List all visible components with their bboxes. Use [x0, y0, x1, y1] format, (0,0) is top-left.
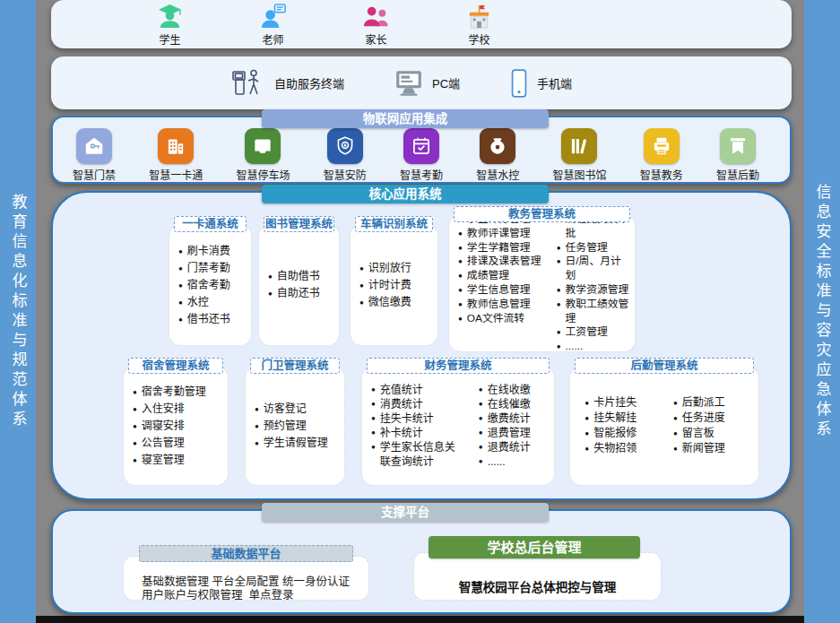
terminal-label: 自助服务终端: [274, 74, 344, 91]
feature-item: ......: [479, 454, 550, 469]
feature-item: 日/周、月计划: [557, 255, 631, 283]
feature-item: 成绩管理: [458, 269, 544, 283]
feature-item: 教学资源管理: [557, 283, 631, 298]
library-system-box: 图书管理系统 自助借书自助还书: [258, 224, 340, 346]
finance-system-title: 财务管理系统: [367, 358, 550, 374]
feature-item: 计时计费: [359, 277, 434, 294]
feature-item: 入住安排: [133, 401, 224, 418]
onecard-system-title: 一卡通系统: [174, 216, 247, 232]
terminal-item-phone: 手机端: [509, 68, 572, 99]
user-item-label: 学生: [159, 31, 180, 47]
school-admin-title: 学校总后台管理: [429, 536, 640, 558]
finance-system-box: 财务管理系统 充值统计消费统计挂失卡统计补卡统计学生家长信息关联查询统计 在线收…: [361, 366, 555, 486]
support-banner: 支撑平台: [262, 503, 549, 522]
parking-icon: [245, 128, 281, 164]
access-icon: [76, 128, 112, 164]
water-jar-icon: [480, 128, 515, 164]
terminal-item-pc: PC端: [394, 69, 460, 98]
terminals-panel: 自助服务终端 PC端 手机端: [51, 56, 792, 109]
school-icon: [465, 3, 493, 30]
terminal-label: 手机端: [537, 74, 572, 91]
feature-item: 调寝安排: [133, 418, 224, 435]
terminal-label: PC端: [432, 74, 460, 91]
feature-item: 挂失解挂: [585, 411, 661, 426]
iot-item-label: 智慧安防: [324, 167, 367, 182]
iot-item-label: 智慧一卡通: [149, 167, 203, 182]
feature-item: 消费统计: [371, 397, 466, 411]
academic-feature-list-1: 学生评分管理教师评课管理学生学籍管理排课及课表管理成绩管理学生信息管理教师信息管…: [449, 212, 548, 354]
core-applications-panel: 核心应用系统 一卡通系统 刷卡消费门禁考勤宿舍考勤水控借书还书 图书管理系统 自…: [51, 191, 792, 500]
feature-item: 门禁考勤: [178, 260, 247, 277]
iot-item-security: 智慧安防: [324, 128, 367, 182]
feature-item: 留言板: [673, 426, 749, 441]
feature-item: 识别放行: [359, 260, 434, 277]
user-item-label: 家长: [365, 31, 386, 47]
user-item-school: 学校: [441, 3, 517, 47]
logistics-banner-icon: [720, 128, 756, 164]
feature-item: 工资管理: [557, 325, 631, 340]
iot-item-attendance: 智慧考勤: [400, 128, 443, 182]
academic-system-title: 教务管理系统: [454, 206, 630, 222]
feature-item: 教师评课管理: [458, 227, 544, 241]
library-feature-list: 自助借书自助还书: [259, 268, 339, 302]
feature-item: 卡片挂失: [585, 395, 661, 411]
feature-item: 退费统计: [479, 440, 550, 454]
feature-item: 寝室管理: [133, 452, 224, 469]
vehicle-feature-list: 识别放行计时计费微信缴费: [351, 260, 437, 311]
dorm-system-box: 宿舍管理系统 宿舍考勤管理入住安排调寝安排公告管理寝室管理: [123, 366, 229, 486]
iot-panel: 物联网应用集成 智慧门禁 智慧一卡通: [51, 116, 792, 184]
guard-system-title: 门卫管理系统: [250, 358, 340, 374]
feature-item: 充值统计: [371, 383, 466, 397]
logistics-feature-list-1: 卡片挂失挂失解挂智能报修失物招领: [576, 395, 664, 456]
onecard-system-box: 一卡通系统 刷卡消费门禁考勤宿舍考勤水控借书还书: [169, 224, 252, 346]
feature-item: 公告管理: [133, 435, 224, 452]
feature-item: 智能报修: [585, 426, 661, 441]
left-standards-label: 教育信息化标准与规范体系: [7, 194, 30, 430]
feature-item: OA文件流转: [458, 312, 544, 326]
iot-item-access: 智慧门禁: [73, 128, 116, 182]
user-item-label: 学校: [468, 31, 489, 47]
guard-system-box: 门卫管理系统 访客登记预约管理学生请假管理: [245, 366, 345, 486]
pc-icon: [394, 69, 424, 98]
base-platform-features-line1: 基础数据管理 平台全局配置 统一身份认证: [142, 575, 368, 589]
feature-item: 借书还书: [178, 311, 247, 328]
feature-item: 后勤派工: [673, 395, 749, 411]
feature-item: ......: [557, 340, 631, 354]
iot-item-onecard: 智慧一卡通: [149, 128, 203, 182]
feature-item: 宿舍考勤: [178, 277, 247, 294]
iot-item-label: 智慧水控: [476, 167, 519, 182]
attendance-calendar-icon: [403, 128, 439, 164]
feature-item: 在线收缴: [479, 383, 550, 397]
user-item-student: 学生: [132, 3, 208, 47]
feature-item: 学生请假管理: [255, 435, 341, 452]
feature-item: 失物招领: [585, 441, 661, 456]
iot-item-logistics: 智慧后勤: [716, 128, 759, 182]
academic-system-box: 教务管理系统 学生评分管理教师评课管理学生学籍管理排课及课表管理成绩管理学生信息…: [448, 214, 636, 352]
vehicle-system-title: 车辆识别系统: [355, 216, 433, 232]
parents-icon: [362, 3, 390, 30]
user-item-label: 老师: [262, 31, 283, 47]
iot-item-label: 智慧图书馆: [552, 167, 606, 182]
feature-item: 学生家长信息关联查询统计: [371, 440, 466, 469]
user-item-parents: 家长: [338, 3, 414, 47]
dorm-feature-list: 宿舍考勤管理入住安排调寝安排公告管理寝室管理: [124, 384, 228, 469]
academic-feature-columns: 学生评分管理教师评课管理学生学籍管理排课及课表管理成绩管理学生信息管理教师信息管…: [449, 212, 635, 354]
right-standards-bar: 信息安全标准与容灾应急体系: [804, 0, 840, 623]
iot-item-label: 智慧门禁: [73, 167, 116, 182]
core-banner: 核心应用系统: [262, 185, 549, 203]
phone-icon: [509, 68, 529, 99]
terminal-item-kiosk: 自助服务终端: [230, 68, 344, 99]
logistics-feature-list-2: 后勤派工任务进度留言板新闻管理: [664, 395, 753, 456]
feature-item: 排课及课表管理: [458, 255, 544, 269]
logistics-feature-columns: 卡片挂失挂失解挂智能报修失物招领 后勤派工任务进度留言板新闻管理: [570, 395, 758, 456]
dorm-system-title: 宿舍管理系统: [128, 358, 223, 374]
school-admin-box: 智慧校园平台总体把控与管理: [413, 552, 662, 601]
feature-item: 挂失卡统计: [371, 411, 466, 426]
smart-campus-architecture-diagram: 教育信息化标准与规范体系 信息安全标准与容灾应急体系 学生 老师: [0, 0, 840, 623]
iot-item-label: 智慧考勤: [400, 167, 443, 182]
feature-item: 自助还书: [268, 285, 335, 302]
base-data-platform-box: 基础数据管理 平台全局配置 统一身份认证 用户账户与权限管理 单点登录: [123, 556, 369, 601]
iot-item-label: 智慧教务: [640, 167, 683, 182]
library-books-icon: [561, 128, 597, 164]
iot-item-parking: 智慧停车场: [236, 128, 290, 182]
